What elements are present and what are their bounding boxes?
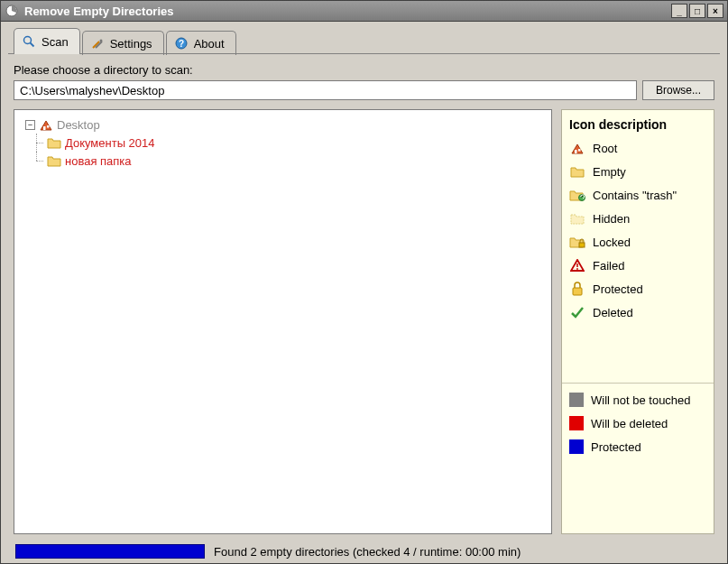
directory-path-input[interactable] (14, 80, 637, 100)
directory-prompt: Please choose a directory to scan: (14, 63, 714, 77)
color-legend-item: Will be deleted (569, 416, 706, 430)
folder-trash-icon (569, 188, 585, 202)
close-button[interactable]: × (707, 4, 723, 18)
tab-scan-label: Scan (41, 35, 69, 49)
legend-label: Failed (593, 259, 624, 273)
tools-icon (90, 36, 105, 51)
legend-item: Hidden (569, 211, 706, 226)
svg-rect-12 (575, 150, 577, 153)
svg-rect-20 (573, 288, 582, 295)
minimize-button[interactable]: _ (671, 4, 687, 18)
folder-hidden-icon (569, 211, 585, 226)
svg-marker-11 (572, 144, 583, 153)
swatch-gray (569, 393, 584, 407)
status-bar: Found 2 empty directories (checked 4 / r… (14, 543, 714, 563)
root-icon (39, 117, 53, 132)
browse-button[interactable]: Browse... (642, 80, 714, 100)
tree-child-row[interactable]: Документы 2014 (18, 134, 548, 152)
tab-settings[interactable]: Settings (82, 31, 164, 55)
color-legend-label: Will be deleted (591, 417, 668, 430)
help-icon: ? (174, 36, 189, 51)
tree-child-row[interactable]: новая папка (18, 152, 548, 170)
legend-label: Contains "trash" (593, 189, 677, 202)
legend-item: Contains "trash" (569, 188, 706, 202)
tab-about-label: About (194, 37, 225, 51)
legend-item: Deleted (569, 305, 706, 319)
tab-about[interactable]: ? About (166, 31, 236, 55)
legend-label: Root (593, 142, 617, 155)
legend-item: Empty (569, 164, 706, 179)
legend-label: Hidden (593, 212, 630, 226)
tree-child-label: Документы 2014 (65, 136, 155, 150)
legend-item: Locked (569, 235, 706, 249)
protected-icon (569, 282, 585, 296)
app-icon (5, 4, 19, 18)
tab-scan[interactable]: Scan (14, 28, 80, 54)
tree-child-label: новая папка (65, 154, 132, 168)
deleted-icon (569, 305, 585, 319)
swatch-blue (569, 439, 584, 454)
legend-label: Empty (593, 165, 626, 179)
folder-icon (47, 135, 61, 150)
legend-item: Root (569, 141, 706, 155)
folder-locked-icon (569, 235, 585, 249)
svg-rect-9 (43, 126, 46, 130)
window-title: Remove Empty Directories (24, 5, 671, 18)
legend-item: Protected (569, 282, 706, 296)
swatch-red (569, 416, 584, 430)
maximize-button[interactable]: □ (689, 4, 705, 18)
color-legend-item: Protected (569, 439, 706, 454)
svg-rect-16 (579, 243, 585, 247)
folder-icon (569, 164, 585, 179)
svg-point-1 (24, 37, 32, 44)
legend-label: Deleted (593, 306, 633, 319)
svg-point-5 (99, 40, 102, 42)
legend-label: Protected (593, 282, 643, 296)
status-text: Found 2 empty directories (checked 4 / r… (214, 545, 521, 559)
color-legend-item: Will not be touched (569, 393, 706, 407)
svg-rect-13 (578, 149, 581, 152)
root-icon (569, 141, 585, 155)
color-legend-label: Will not be touched (591, 393, 691, 407)
tree-root-row[interactable]: − Desktop (18, 116, 548, 134)
svg-rect-10 (47, 125, 50, 128)
search-icon (22, 34, 36, 49)
svg-text:?: ? (179, 39, 184, 49)
tab-bar: Scan Settings ? About (8, 27, 720, 54)
legend-item: Failed (569, 258, 706, 273)
color-legend-label: Protected (591, 440, 641, 454)
svg-marker-8 (41, 121, 51, 130)
window-controls: _ □ × (671, 4, 723, 18)
failed-icon (569, 258, 585, 273)
svg-line-2 (31, 43, 34, 47)
progress-bar (15, 544, 205, 559)
legend-title: Icon description (569, 117, 706, 132)
expand-toggle[interactable]: − (25, 120, 35, 130)
directory-tree[interactable]: − Desktop (14, 109, 552, 534)
legend-pane: Icon description Root Empty (561, 109, 714, 534)
titlebar: Remove Empty Directories _ □ × (0, 0, 728, 22)
legend-label: Locked (593, 236, 631, 249)
folder-icon (47, 153, 61, 168)
tab-settings-label: Settings (110, 37, 152, 51)
svg-point-19 (576, 268, 578, 270)
tree-root-label: Desktop (57, 118, 100, 132)
